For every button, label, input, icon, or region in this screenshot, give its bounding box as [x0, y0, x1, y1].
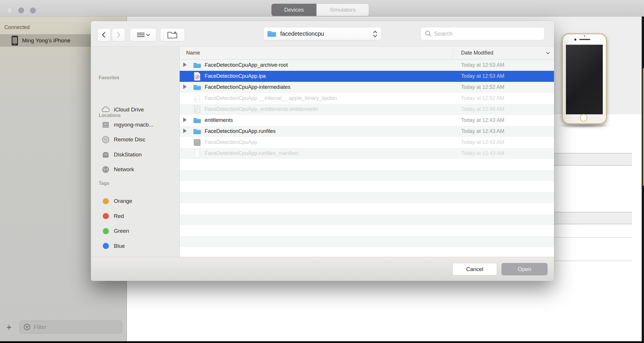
folder-icon — [193, 83, 201, 91]
file-row[interactable]: FaceDetectionCpuApp.ipaToday at 12:53 AM — [180, 71, 554, 82]
ipa-icon — [193, 72, 201, 80]
sidebar-item-mgyong-macb[interactable]: mgyong-macb... — [91, 119, 180, 131]
sidebar-item-label: Green — [114, 228, 129, 234]
empty-row — [180, 236, 554, 247]
sidebar-item-network[interactable]: Network — [91, 164, 180, 175]
section-header-band — [554, 153, 632, 166]
sidebar-item-label: Blue — [114, 243, 125, 249]
disclosure-triangle-icon[interactable] — [183, 129, 187, 133]
camera-dot — [574, 39, 576, 41]
sidebar-item-label: Remote Disc — [114, 136, 145, 143]
file-row[interactable]: FaceDetectionCpuApp.runfilesToday at 12:… — [180, 126, 554, 137]
connected-section-label: Connected — [4, 24, 30, 30]
sidebar-item-blue[interactable]: Blue — [91, 240, 180, 252]
sidebar-item-label: DiskStation — [114, 151, 142, 158]
disclosure-triangle-icon[interactable] — [183, 118, 187, 122]
back-button[interactable] — [97, 28, 111, 41]
sidebar-item-green[interactable]: Green — [91, 225, 180, 237]
search-field[interactable] — [420, 27, 545, 40]
sidebar-filter-bar: + Filter — [0, 321, 127, 334]
add-device-button[interactable]: + — [4, 322, 14, 332]
sidebar-item-diskstation[interactable]: DiskStation — [91, 149, 180, 160]
cancel-button[interactable]: Cancel — [452, 263, 497, 275]
empty-row — [180, 159, 554, 170]
empty-row — [180, 181, 554, 192]
column-header-name[interactable]: Name — [186, 50, 200, 56]
tag-color-icon — [101, 242, 110, 250]
file-date-modified: Today at 12:43 AM — [461, 128, 504, 134]
file-rows: FaceDetectionCpuApp_archive-rootToday at… — [180, 60, 554, 257]
globe-icon — [101, 165, 110, 174]
disclosure-triangle-icon[interactable] — [183, 84, 187, 89]
file-date-modified: Today at 12:43 AM — [461, 139, 504, 145]
file-name: FaceDetectionCpuApp_archive-root — [205, 62, 288, 68]
file-name: FaceDetectionCpuApp-intermediates — [205, 84, 290, 90]
file-row[interactable]: FaceDetectionCpuApp_entitlements.entitle… — [180, 104, 554, 115]
tag-color-icon — [101, 197, 110, 205]
tab-devices[interactable]: Devices — [271, 4, 316, 16]
minimize-window-button[interactable] — [18, 8, 24, 13]
dialog-sidebar-section-label: Favorites — [99, 75, 119, 80]
sidebar-item-label: Red — [114, 213, 124, 219]
file-row[interactable]: entitlementsToday at 12:43 AM — [180, 115, 554, 126]
file-row[interactable]: FaceDetectionCpuApp_archive-rootToday at… — [180, 60, 554, 71]
file-row[interactable]: FaceDetectionCpuApp-intermediatesToday a… — [180, 82, 554, 93]
search-input[interactable] — [434, 30, 530, 37]
server-icon — [101, 150, 110, 159]
cloud-icon — [101, 105, 110, 114]
iphone-illustration — [562, 33, 607, 124]
filter-placeholder: Filter — [34, 324, 46, 331]
folder-icon — [193, 127, 201, 136]
close-window-button[interactable] — [7, 8, 12, 13]
sensor-dot — [584, 35, 585, 37]
empty-row — [180, 225, 554, 236]
filter-field[interactable]: Filter — [19, 321, 122, 333]
sidebar-item-orange[interactable]: Orange — [91, 195, 180, 207]
separator-line — [554, 261, 632, 261]
sidebar-item-red[interactable]: Red — [91, 210, 180, 222]
file-date-modified: Today at 12:52 AM — [461, 84, 504, 90]
file-name: FaceDetectionCpuApp_entitlements.entitle… — [205, 106, 318, 112]
file-list: Name Date Modified FaceDetectionCpuApp_a… — [180, 46, 554, 257]
entitlements-icon — [193, 105, 201, 113]
view-options-button[interactable] — [130, 28, 156, 41]
empty-row — [180, 203, 554, 214]
folder-icon — [193, 116, 201, 124]
new-folder-button[interactable] — [160, 28, 185, 41]
file-date-modified: Today at 12:53 AM — [461, 73, 504, 79]
column-divider[interactable] — [453, 48, 453, 59]
screen-bottom-edge — [0, 341, 644, 343]
forward-button[interactable] — [112, 28, 125, 41]
home-button — [580, 114, 587, 122]
current-folder-popup[interactable]: facedetectioncpu — [263, 27, 382, 40]
file-list-header: Name Date Modified — [180, 47, 554, 60]
file-row[interactable]: execFaceDetectionCpuAppToday at 12:43 AM — [180, 137, 554, 148]
tab-simulators[interactable]: Simulators — [316, 4, 369, 16]
file-name: FaceDetectionCpuApp — [205, 139, 257, 145]
column-header-date-modified[interactable]: Date Modified — [461, 50, 493, 56]
dialog-sidebar-section-label: Tags — [99, 181, 109, 186]
sidebar-item-icloud-drive[interactable]: iCloud Drive — [91, 104, 180, 115]
file-row[interactable]: FaceDetectionCpuApp.runfiles_manifestTod… — [180, 148, 554, 159]
open-file-dialog: facedetectioncpu FavoritesLocationsiClou… — [91, 21, 554, 281]
folder-icon — [193, 61, 201, 69]
file-name: FaceDetectionCpuApp.ipa — [205, 73, 266, 79]
file-date-modified: Today at 12:43 AM — [461, 117, 504, 123]
file-name: entitlements — [205, 117, 233, 123]
background-window-accent — [643, 68, 644, 186]
svg-text:exec: exec — [195, 140, 199, 142]
disclosure-triangle-icon[interactable] — [183, 62, 187, 67]
sidebar-item-label: iCloud Drive — [114, 106, 144, 113]
file-row[interactable]: FaceDetectionCpuApp.__internal__.apple_b… — [180, 93, 554, 104]
zoom-window-button[interactable] — [30, 8, 36, 13]
sidebar-item-label: Network — [114, 166, 134, 173]
sidebar-item-label: mgyong-macb... — [114, 122, 153, 128]
file-name: FaceDetectionCpuApp.runfiles — [205, 128, 276, 134]
sidebar-item-remote-disc[interactable]: Remote Disc — [91, 134, 180, 145]
disc-icon — [101, 135, 110, 144]
open-button[interactable]: Open — [501, 263, 548, 275]
tag-color-icon — [101, 212, 110, 221]
folder-icon — [267, 30, 277, 38]
devices-simulators-tab-group: Devices Simulators — [271, 4, 369, 16]
laptop-icon — [101, 120, 110, 129]
